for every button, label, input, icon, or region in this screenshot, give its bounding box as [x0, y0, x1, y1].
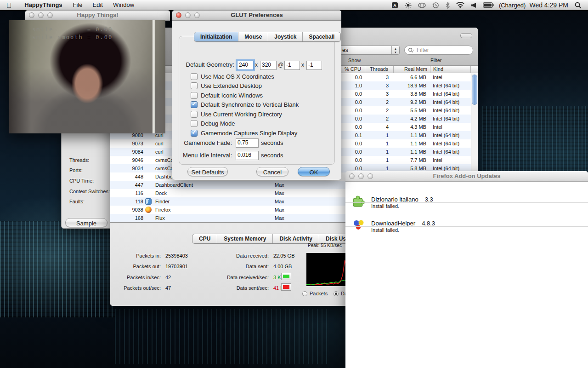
gamemode-fade-field[interactable]: 0.75: [236, 138, 259, 148]
geometry-offset-y-field[interactable]: -1: [306, 61, 322, 70]
process-threads: 1: [356, 156, 389, 164]
sample-button[interactable]: Sample: [65, 218, 107, 227]
volume-icon[interactable]: [471, 2, 476, 8]
process-pid: 116: [116, 189, 143, 197]
minimize-button-icon[interactable]: [38, 12, 44, 18]
checkbox-debug-mode[interactable]: Debug Mode: [191, 120, 235, 127]
process-threads: 3: [356, 73, 389, 81]
checkbox-box[interactable]: [191, 120, 198, 127]
packets-out-value: 19703901: [165, 264, 188, 269]
process-pid: 9034: [116, 164, 143, 172]
geometry-x2-separator: x: [301, 62, 304, 68]
close-button-icon[interactable]: [349, 173, 355, 179]
checkbox-box[interactable]: [191, 82, 198, 89]
checkbox-use-extended-desktop[interactable]: Use Extended Desktop: [191, 82, 262, 89]
bluetooth-icon[interactable]: [446, 2, 450, 9]
set-defaults-button[interactable]: Set Defaults: [187, 167, 228, 176]
received-color-swatch-button[interactable]: [281, 273, 291, 280]
apple-menu-icon[interactable]: : [0, 1, 19, 9]
column-header-kind[interactable]: Kind: [430, 66, 471, 73]
toolbar-toggle-pill-button[interactable]: [460, 33, 472, 38]
radio-packets[interactable]: Packets: [302, 291, 328, 296]
time-machine-icon[interactable]: [432, 2, 439, 9]
process-name: Firefox: [155, 206, 171, 214]
close-button-icon[interactable]: [176, 12, 181, 18]
tab-system-memory[interactable]: System Memory: [217, 234, 272, 243]
menu-edit[interactable]: Edit: [88, 0, 108, 10]
menu-idle-interval-field[interactable]: 0.016: [236, 151, 259, 160]
checkbox-box[interactable]: [191, 130, 198, 137]
zoom-button-icon[interactable]: [47, 12, 53, 18]
process-name: Dock: [155, 189, 167, 197]
checkbox-label: Use Mac OS X Coordinates: [201, 73, 274, 80]
input-source-icon[interactable]: A: [391, 2, 398, 9]
tab-cpu[interactable]: CPU: [192, 234, 217, 243]
checkbox-default-synchronize-vertical-blank[interactable]: Default Synchronize to Vertical Blank: [191, 101, 299, 108]
minimize-button-icon[interactable]: [185, 12, 191, 18]
close-button-icon[interactable]: [29, 12, 34, 18]
column-header-threads[interactable]: Threads: [365, 66, 394, 73]
default-geometry-label: Default Geometry:: [186, 61, 235, 68]
tab-mouse[interactable]: Mouse: [238, 32, 268, 41]
checkbox-box[interactable]: [191, 73, 198, 80]
addon-name: Dizionario italiano3.3: [371, 196, 433, 203]
tab-joystick[interactable]: Joystick: [268, 32, 302, 41]
menu-happythings[interactable]: HappyThings: [19, 0, 68, 10]
svg-text:A: A: [393, 3, 396, 8]
tab-spaceball[interactable]: Spaceball: [302, 32, 340, 41]
minimize-button-icon[interactable]: [358, 173, 364, 179]
menu-file[interactable]: File: [68, 0, 88, 10]
checkbox-label: Gamemode Captures Single Display: [201, 130, 297, 137]
data-sent-value: 4.00 GB: [273, 264, 292, 269]
finder-app-icon: [145, 198, 152, 205]
window-glut-preferences[interactable]: GLUT Preferences Initialization Mouse Jo…: [172, 10, 341, 180]
firefox-updates-title-bar[interactable]: Firefox Add-on Updates: [345, 171, 588, 182]
radio-packets-dot[interactable]: [302, 291, 307, 296]
checkbox-box[interactable]: [191, 111, 198, 118]
battery-status-text: (Charged): [499, 2, 526, 9]
list-separator: [345, 226, 588, 227]
checkbox-use-current-working-directory[interactable]: Use Current Working Directory: [191, 110, 282, 118]
geometry-width-field[interactable]: 240: [237, 61, 254, 70]
window-happy-things[interactable]: Happy Things! smile = 0.00 smile smooth …: [9, 10, 170, 133]
process-pid: 9046: [116, 156, 143, 164]
geometry-offset-x-field[interactable]: -1: [284, 61, 300, 70]
menu-bar:  HappyThings File Edit Window A: [0, 0, 588, 10]
spotlight-icon[interactable]: [575, 2, 582, 9]
dialog-buttons: Set Defaults Cancel OK: [172, 167, 341, 179]
sent-color-swatch-button[interactable]: [281, 283, 291, 291]
checkbox-use-mac-os-x-coordinates[interactable]: Use Mac OS X Coordinates: [191, 73, 274, 80]
filter-search-field[interactable]: Filter: [404, 46, 473, 55]
tab-initialization[interactable]: Initialization: [194, 32, 238, 41]
data-sent-label: Data sent:: [214, 264, 269, 269]
battery-icon[interactable]: [483, 2, 494, 8]
process-kind: Intel (64 bit): [433, 81, 459, 90]
menu-bar-status-area: A (Charged) Wed 4:29: [388, 0, 588, 10]
default-geometry-row: Default Geometry: 240 x 320 @ -1 x -1: [172, 60, 341, 69]
scrollbar-thumb[interactable]: [472, 75, 477, 105]
checkbox-label: Use Current Working Directory: [201, 111, 282, 118]
radio-data-dot[interactable]: [334, 291, 339, 296]
checkbox-box[interactable]: [191, 92, 198, 99]
process-user: Max: [275, 214, 284, 222]
flux-icon[interactable]: [418, 2, 426, 8]
checkbox-default-iconic-windows[interactable]: Default Iconic Windows: [191, 92, 263, 99]
checkbox-box[interactable]: [191, 101, 198, 108]
checkbox-gamemode-captures-single-display[interactable]: Gamemode Captures Single Display: [191, 129, 297, 137]
cancel-button[interactable]: Cancel: [256, 167, 288, 176]
wifi-icon[interactable]: [456, 2, 464, 8]
happy-things-title-bar[interactable]: Happy Things!: [25, 10, 170, 21]
menu-bar-clock[interactable]: Wed 4:29 PM: [529, 1, 568, 9]
column-header-real-mem[interactable]: Real Mem: [394, 66, 430, 73]
brightness-icon[interactable]: [405, 2, 412, 9]
zoom-button-icon[interactable]: [368, 173, 373, 179]
zoom-button-icon[interactable]: [194, 12, 200, 18]
addon-version: 4.8.3: [422, 220, 435, 227]
glut-title-bar[interactable]: GLUT Preferences: [172, 10, 341, 21]
menu-window[interactable]: Window: [108, 0, 139, 10]
ok-button[interactable]: OK: [298, 167, 330, 176]
tab-disk-activity[interactable]: Disk Activity: [272, 234, 319, 243]
geometry-height-field[interactable]: 320: [260, 61, 277, 70]
window-firefox-addon-updates[interactable]: Firefox Add-on Updates Dizionario italia…: [345, 171, 588, 368]
checkbox-label: Default Iconic Windows: [201, 92, 263, 99]
